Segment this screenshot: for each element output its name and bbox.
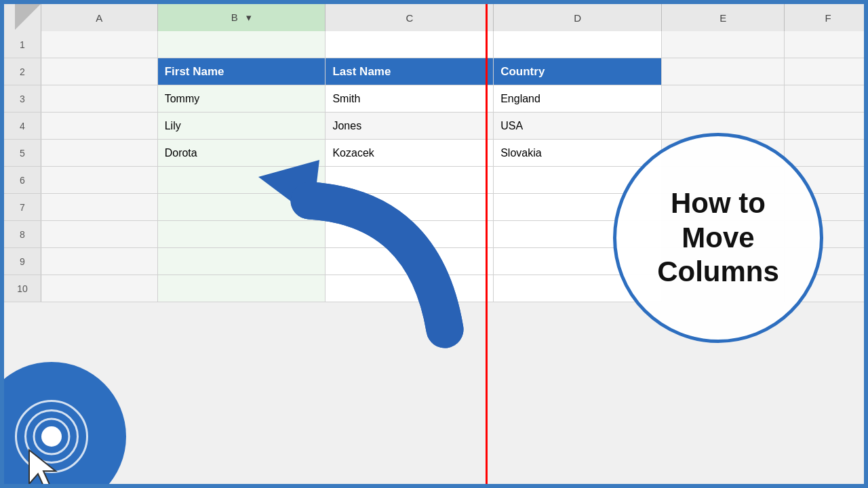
row-num: 1 [4,31,41,58]
row-num: 2 [4,58,41,85]
cell-a6[interactable] [41,167,158,193]
cell-d5[interactable]: Slovakia [494,140,662,166]
table-row: 1 [4,31,868,58]
cell-f2[interactable] [785,58,868,85]
row-num: 10 [4,275,41,302]
cell-e3[interactable] [662,85,785,112]
svg-marker-2 [29,450,56,488]
cell-a10[interactable] [41,275,158,302]
red-line [486,4,488,488]
column-headers: A B ▾ C D E F [4,4,868,31]
cell-d1[interactable] [494,31,662,58]
move-arrow [187,140,499,357]
cell-c3[interactable]: Smith [326,85,494,112]
cell-b2[interactable]: First Name [158,58,326,85]
row-num: 5 [4,140,41,166]
row-num: 4 [4,113,41,139]
cell-a9[interactable] [41,248,158,274]
cell-d2[interactable]: Country [494,58,662,85]
cell-d4[interactable]: USA [494,113,662,139]
cell-a1[interactable] [41,31,158,58]
info-circle: How to Move Columns [613,133,823,343]
row-num: 3 [4,85,41,112]
row-num: 9 [4,248,41,274]
table-row: 3 Tommy Smith England [4,85,868,113]
col-header-b[interactable]: B ▾ [158,4,326,31]
cell-e2[interactable] [662,58,785,85]
cell-b4[interactable]: Lily [158,113,326,139]
cell-c2[interactable]: Last Name [326,58,494,85]
col-header-a[interactable]: A [41,4,158,31]
col-header-c[interactable]: C [326,4,494,31]
cell-a7[interactable] [41,194,158,220]
cursor-icon [26,447,63,488]
col-header-f[interactable]: F [785,4,868,31]
row-num: 6 [4,167,41,193]
cell-a8[interactable] [41,221,158,247]
row-num: 8 [4,221,41,247]
corner-cell [4,4,41,31]
cell-f4[interactable] [785,113,868,139]
cell-d3[interactable]: England [494,85,662,112]
screenshot-container: A B ▾ C D E F 1 2 First Name [0,0,868,488]
cell-b1[interactable] [158,31,326,58]
cell-a5[interactable] [41,140,158,166]
cell-e1[interactable] [662,31,785,58]
cell-f3[interactable] [785,85,868,112]
col-header-d[interactable]: D [494,4,662,31]
info-circle-text: How to Move Columns [650,180,786,296]
cell-c4[interactable]: Jones [326,113,494,139]
header-row: 2 First Name Last Name Country [4,58,868,85]
cell-c1[interactable] [326,31,494,58]
cell-a2[interactable] [41,58,158,85]
row-num: 7 [4,194,41,220]
cell-a4[interactable] [41,113,158,139]
col-header-e[interactable]: E [662,4,785,31]
cell-f1[interactable] [785,31,868,58]
cell-f5[interactable] [785,140,868,166]
cell-a3[interactable] [41,85,158,112]
cell-b3[interactable]: Tommy [158,85,326,112]
